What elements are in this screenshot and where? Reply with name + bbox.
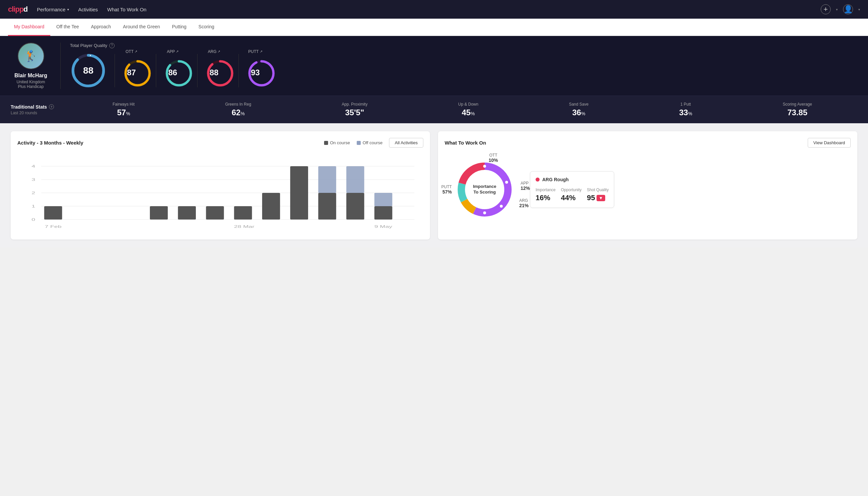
svg-rect-22 (150, 206, 168, 219)
arg-rough-info-card: ARG Rough Importance 16% Opportunity 44%… (530, 171, 614, 208)
svg-rect-31 (346, 166, 364, 193)
svg-rect-30 (346, 193, 364, 219)
tab-around-the-green[interactable]: Around the Green (117, 19, 166, 36)
putt-gauge: PUTT ↗ 93 (238, 54, 272, 87)
shot-quality-badge: ▼ (597, 195, 605, 201)
putt-label: PUTT 57% (441, 185, 452, 195)
arg-score: 88 (209, 68, 219, 77)
tab-putting[interactable]: Putting (166, 19, 192, 36)
activity-card: Activity - 3 Months - Weekly On course O… (11, 131, 430, 239)
view-dashboard-button[interactable]: View Dashboard (808, 138, 851, 148)
arg-gauge: ARG ↗ 88 (197, 54, 231, 87)
svg-point-44 (483, 212, 486, 214)
logo[interactable]: clippd (8, 5, 28, 14)
legend-on-course: On course (324, 140, 350, 145)
svg-text:7 Feb: 7 Feb (45, 224, 62, 229)
user-chevron-icon: ▾ (858, 7, 860, 11)
metric-shot-quality: Shot Quality 95 ▼ (587, 188, 609, 202)
app-gauge: APP ↗ 86 (156, 54, 189, 87)
svg-rect-27 (290, 166, 308, 219)
svg-rect-26 (262, 193, 280, 219)
svg-rect-28 (318, 193, 336, 219)
hero-section: 🏌️ Blair McHarg United Kingdom Plus Hand… (0, 36, 868, 96)
top-nav: clippd Performance ▾ Activities What To … (0, 0, 868, 19)
svg-text:2: 2 (32, 191, 35, 195)
svg-text:3: 3 (32, 177, 35, 182)
stat-scoring-average: Scoring Average 73.85 (783, 102, 812, 117)
player-country: United Kingdom (17, 80, 45, 84)
nav-activities[interactable]: Activities (78, 7, 98, 12)
tab-approach[interactable]: Approach (85, 19, 117, 36)
svg-text:28 Mar: 28 Mar (234, 224, 255, 229)
svg-text:9 May: 9 May (374, 224, 392, 229)
main-score-gauge: 88 (70, 52, 107, 89)
ott-arrow-icon: ↗ (135, 50, 137, 53)
tab-scoring[interactable]: Scoring (192, 19, 220, 36)
info-icon[interactable]: ? (109, 43, 114, 48)
scores-section: Total Player Quality ? 88 (70, 43, 857, 89)
player-handicap: Plus Handicap (18, 84, 44, 89)
player-name: Blair McHarg (14, 73, 47, 79)
on-course-legend-dot (324, 141, 328, 145)
chevron-down-icon: ▾ (67, 7, 69, 11)
metric-importance: Importance 16% (536, 188, 556, 202)
app-arrow-icon: ↗ (176, 50, 178, 53)
svg-rect-21 (44, 206, 62, 219)
svg-point-43 (500, 205, 503, 207)
add-chevron-icon: ▾ (836, 7, 838, 11)
activity-card-title: Activity - 3 Months - Weekly (17, 140, 83, 145)
stat-one-putt: 1 Putt 33% (679, 102, 692, 117)
stats-label-section: Traditional Stats ? Last 20 rounds (11, 104, 67, 115)
putt-score: 93 (251, 68, 260, 77)
tab-my-dashboard[interactable]: My Dashboard (8, 19, 50, 36)
nav-what-to-work-on[interactable]: What To Work On (107, 7, 146, 12)
app-donut-label: APP 12% (521, 181, 530, 191)
stat-up-down: Up & Down 45% (458, 102, 478, 117)
avatar: 🏌️ (18, 43, 44, 69)
metric-opportunity: Opportunity 44% (561, 188, 582, 202)
all-activities-button[interactable]: All Activities (389, 138, 423, 148)
user-avatar-icon[interactable]: 👤 (843, 4, 853, 14)
svg-rect-33 (374, 193, 392, 206)
activity-chart-area: 0 1 2 3 4 (17, 153, 423, 233)
arg-donut-label: ARG 21% (519, 198, 528, 208)
svg-rect-29 (318, 166, 336, 193)
tpq-label: Total Player Quality ? (70, 43, 857, 48)
stats-info-icon[interactable]: ? (49, 104, 54, 109)
stat-sand-save: Sand Save 36% (569, 102, 588, 117)
traditional-stats-row: Traditional Stats ? Last 20 rounds Fairw… (0, 96, 868, 123)
stats-items: Fairways Hit 57% Greens In Reg 62% App. … (67, 102, 857, 117)
arg-rough-dot (536, 177, 540, 182)
svg-text:4: 4 (32, 164, 35, 168)
stat-fairways-hit: Fairways Hit 57% (113, 102, 135, 117)
main-content: Activity - 3 Months - Weekly On course O… (0, 123, 868, 248)
stat-greens-in-reg: Greens In Reg 62% (225, 102, 251, 117)
svg-text:1: 1 (32, 204, 35, 208)
player-info: 🏌️ Blair McHarg United Kingdom Plus Hand… (11, 43, 61, 89)
svg-rect-23 (178, 206, 196, 219)
ott-gauge: OTT ↗ 87 (114, 54, 148, 87)
svg-point-42 (505, 181, 508, 184)
wwo-title: What To Work On (445, 140, 486, 145)
svg-rect-32 (374, 206, 392, 219)
tab-off-the-tee[interactable]: Off the Tee (50, 19, 85, 36)
stats-subtitle: Last 20 rounds (11, 111, 67, 115)
arg-rough-title: ARG Rough (542, 177, 569, 182)
svg-rect-25 (234, 206, 252, 219)
nav-performance[interactable]: Performance ▾ (37, 7, 69, 12)
svg-rect-24 (206, 206, 224, 219)
svg-point-41 (483, 165, 486, 168)
main-score-value: 88 (83, 65, 93, 76)
arg-arrow-icon: ↗ (218, 50, 220, 53)
tabs-bar: My Dashboard Off the Tee Approach Around… (0, 19, 868, 36)
ott-score: 87 (127, 68, 136, 77)
stats-title: Traditional Stats ? (11, 104, 67, 110)
off-course-legend-dot (357, 141, 361, 145)
what-to-work-on-card: What To Work On View Dashboard PUTT 57% … (438, 131, 857, 239)
stat-app-proximity: App. Proximity 35'5" (342, 102, 367, 117)
app-score: 86 (168, 68, 177, 77)
add-button[interactable]: + (821, 4, 831, 14)
legend-off-course: Off course (357, 140, 383, 145)
svg-text:0: 0 (32, 218, 35, 221)
putt-arrow-icon: ↗ (260, 50, 263, 53)
